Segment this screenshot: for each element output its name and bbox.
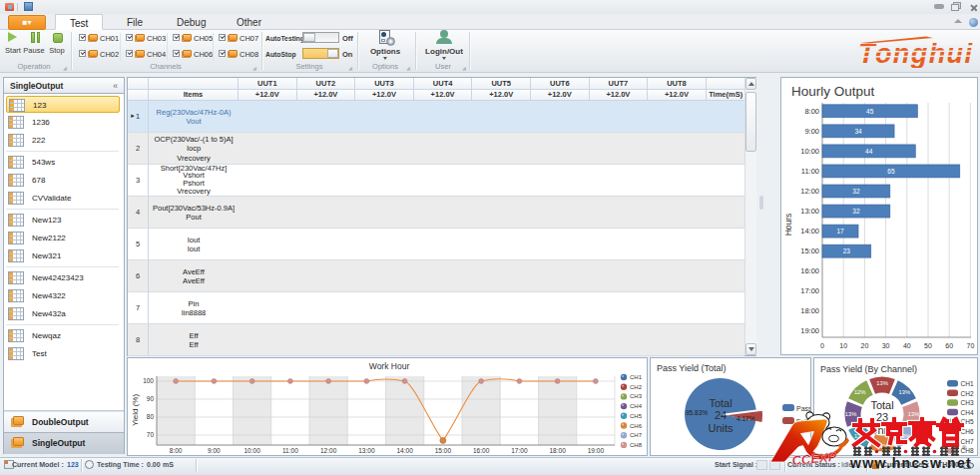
svg-text:Tonghui: Tonghui [858,39,972,68]
svg-text:40: 40 [903,342,911,349]
svg-text:17:00: 17:00 [800,286,819,295]
svg-text:8:00: 8:00 [170,447,183,454]
svg-text:9:00: 9:00 [208,447,221,454]
svg-text:50: 50 [924,342,932,349]
svg-text:18:00: 18:00 [549,447,566,454]
svg-text:CH4: CH4 [630,403,643,409]
svg-text:10: 10 [839,342,847,349]
svg-text:CH8: CH8 [630,442,643,448]
svg-text:44: 44 [865,148,873,155]
svg-text:10:00: 10:00 [244,447,260,454]
svg-text:Pass Yield (By Channel): Pass Yield (By Channel) [820,364,917,374]
svg-text:CH2: CH2 [630,384,643,390]
svg-text:CH3: CH3 [630,393,643,399]
svg-text:8:00: 8:00 [804,107,819,116]
svg-text:20: 20 [861,342,869,349]
svg-text:CCEXP: CCEXP [791,449,837,468]
svg-text:19:00: 19:00 [588,447,605,454]
svg-text:CH6: CH6 [630,423,643,429]
svg-text:Yield (%): Yield (%) [131,394,140,426]
svg-text:45: 45 [866,108,874,115]
svg-text:®: ® [962,445,967,451]
svg-text:32: 32 [852,208,860,215]
svg-text:34: 34 [854,128,862,135]
svg-text:11:00: 11:00 [801,167,819,176]
svg-text:CH7: CH7 [630,432,643,438]
svg-text:12:00: 12:00 [800,187,819,196]
svg-text:12:00: 12:00 [320,447,337,454]
svg-text:CH1: CH1 [630,374,643,380]
svg-text:www.hncsw.net: www.hncsw.net [849,455,972,471]
svg-text:70: 70 [967,342,975,349]
svg-text:10:00: 10:00 [800,147,819,156]
svg-text:100: 100 [143,377,154,384]
svg-text:70: 70 [147,431,155,438]
svg-text:16:00: 16:00 [473,447,490,454]
svg-text:14:00: 14:00 [396,447,413,454]
svg-text:30: 30 [882,342,890,349]
svg-text:13:00: 13:00 [800,207,819,216]
svg-text:0: 0 [820,342,824,349]
svg-text:Pass Yield (Total): Pass Yield (Total) [657,363,727,373]
svg-text:65: 65 [887,168,895,175]
svg-text:Hours: Hours [783,214,793,237]
svg-text:17:00: 17:00 [511,447,528,454]
svg-text:23: 23 [843,247,851,254]
svg-text:Hourly Output: Hourly Output [791,84,875,99]
svg-text:32: 32 [852,188,860,195]
svg-text:11:00: 11:00 [282,447,298,454]
svg-text:15:00: 15:00 [435,447,452,454]
svg-text:CH5: CH5 [630,413,643,419]
svg-text:90: 90 [147,395,155,402]
svg-text:60: 60 [945,342,953,349]
svg-text:19:00: 19:00 [800,326,819,335]
svg-text:15:00: 15:00 [800,246,819,255]
svg-text:9:00: 9:00 [804,127,819,136]
svg-text:18:00: 18:00 [800,306,819,315]
svg-text:80: 80 [147,413,155,420]
svg-text:13:00: 13:00 [358,447,375,454]
svg-text:17: 17 [836,228,844,235]
svg-text:Work Hour: Work Hour [369,361,410,371]
svg-text:14:00: 14:00 [800,227,819,236]
svg-text:16:00: 16:00 [800,266,819,275]
